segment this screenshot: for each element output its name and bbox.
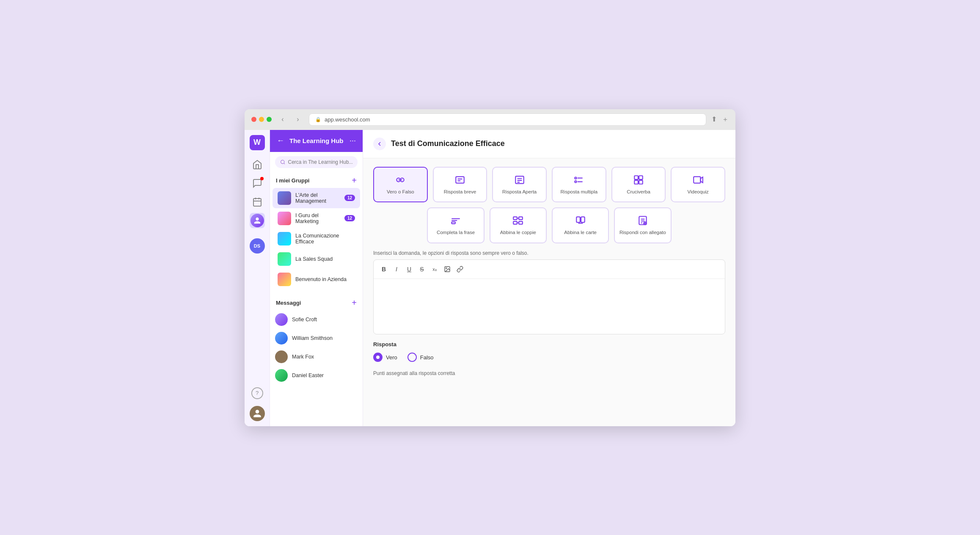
svg-line-5 xyxy=(284,163,285,164)
group-name-4: La Sales Squad xyxy=(295,256,355,262)
card-videoquiz[interactable]: Videoquiz xyxy=(671,167,725,203)
radio-circle-falso xyxy=(407,353,417,362)
editor-section: Inserisci la domanda, le opzioni di risp… xyxy=(363,250,735,334)
radio-falso[interactable]: Falso xyxy=(407,353,434,362)
toolbar-underline[interactable]: U xyxy=(403,263,415,275)
msg-avatar-daniel xyxy=(275,369,288,382)
back-button[interactable] xyxy=(373,138,386,150)
svg-rect-30 xyxy=(519,217,523,220)
forward-nav-button[interactable]: › xyxy=(292,113,304,125)
svg-rect-31 xyxy=(513,222,517,225)
page-header: Test di Comunicazione Efficace xyxy=(363,130,735,158)
group-item-arte-management[interactable]: L'Arte del Management 12 xyxy=(273,188,360,208)
card-completa-frase[interactable]: Completa la frase xyxy=(427,207,484,243)
new-tab-icon[interactable]: ＋ xyxy=(722,115,729,124)
card-label-abbina-coppie: Abbina le coppie xyxy=(500,229,536,236)
traffic-lights xyxy=(251,117,272,122)
card-label-risposta-breve: Risposta breve xyxy=(444,189,476,195)
card-label-risposta-multipla: Risposta multipla xyxy=(561,189,598,195)
card-abbina-coppie[interactable]: Abbina le coppie xyxy=(490,207,547,243)
toolbar-strikethrough[interactable]: S xyxy=(416,263,428,275)
group-item-comunicazione[interactable]: La Comunicazione Efficace xyxy=(273,229,360,249)
abbina-coppie-icon xyxy=(512,215,523,226)
help-button[interactable]: ? xyxy=(251,387,263,399)
toolbar-italic[interactable]: I xyxy=(391,263,402,275)
vero-falso-icon xyxy=(395,174,406,185)
nav-home-button[interactable] xyxy=(250,157,265,172)
toolbar-image[interactable] xyxy=(441,263,453,275)
add-group-button[interactable]: + xyxy=(352,176,357,185)
msg-name-daniel: Daniel Easter xyxy=(292,372,324,378)
svg-rect-20 xyxy=(634,176,638,179)
card-cruciverba[interactable]: Cruciverba xyxy=(611,167,666,203)
sidebar-search-input[interactable] xyxy=(288,159,352,165)
messages-section-title: Messaggi xyxy=(276,300,301,306)
toolbar-bold[interactable]: B xyxy=(378,263,390,275)
risposta-multipla-icon xyxy=(573,174,584,185)
minimize-button[interactable] xyxy=(259,117,264,122)
card-abbina-carte[interactable]: Abbina le carte xyxy=(552,207,609,243)
card-risposta-breve[interactable]: Risposta breve xyxy=(433,167,487,203)
user-avatar[interactable] xyxy=(250,406,265,421)
close-button[interactable] xyxy=(251,117,256,122)
address-bar[interactable]: 🔒 app.weschool.com xyxy=(309,113,706,126)
sidebar-menu-button[interactable]: ··· xyxy=(350,136,356,145)
svg-rect-32 xyxy=(519,222,523,225)
radio-group: Vero Falso xyxy=(373,353,725,362)
msg-name-william: William Smithson xyxy=(292,335,333,341)
svg-rect-29 xyxy=(513,217,517,220)
lock-icon: 🔒 xyxy=(315,117,321,122)
msg-item-daniel[interactable]: Daniel Easter xyxy=(270,366,363,385)
sidebar-search-container xyxy=(270,152,363,171)
group-thumb-5 xyxy=(278,273,291,286)
risposta-label: Risposta xyxy=(373,341,725,347)
card-risposta-multipla[interactable]: Risposta multipla xyxy=(552,167,606,203)
risposta-breve-icon xyxy=(454,174,465,185)
svg-point-16 xyxy=(575,177,577,179)
completa-frase-icon xyxy=(450,215,461,226)
toolbar-subscript[interactable]: x₂ xyxy=(429,263,440,275)
radio-vero[interactable]: Vero xyxy=(373,353,397,362)
videoquiz-icon xyxy=(693,174,704,185)
svg-point-4 xyxy=(281,160,284,163)
card-risposta-aperta[interactable]: Risposta Aperta xyxy=(492,167,547,203)
msg-avatar-mark xyxy=(275,350,288,363)
editor-area[interactable] xyxy=(374,279,725,334)
card-label-videoquiz: Videoquiz xyxy=(688,189,709,195)
group-badge-1: 12 xyxy=(344,195,355,201)
editor-box: B I U S x₂ xyxy=(373,259,725,334)
card-label-completa-frase: Completa la frase xyxy=(437,229,475,236)
msg-item-william[interactable]: William Smithson xyxy=(270,329,363,347)
msg-item-sofie[interactable]: Sofie Croft xyxy=(270,310,363,329)
group-item-benvenuto[interactable]: Benvenuto in Azienda xyxy=(273,269,360,290)
groups-section-title: I miei Gruppi xyxy=(276,177,309,184)
toolbar-link[interactable] xyxy=(454,263,466,275)
svg-rect-28 xyxy=(451,222,455,224)
svg-rect-24 xyxy=(694,176,700,183)
nav-chat-button[interactable] xyxy=(250,176,265,191)
card-label-vero-falso: Vero o Falso xyxy=(387,189,414,195)
share-icon[interactable]: ⬆ xyxy=(711,115,717,124)
svg-rect-21 xyxy=(639,176,643,179)
card-rispondi-allegato[interactable]: Rispondi con allegato xyxy=(614,207,671,243)
card-label-abbina-carte: Abbina le carte xyxy=(564,229,597,236)
fullscreen-button[interactable] xyxy=(267,117,272,122)
punti-label: Punti assegnati alla risposta corretta xyxy=(373,370,725,376)
browser-chrome: ‹ › 🔒 app.weschool.com ⬆ ＋ xyxy=(245,109,735,130)
ds-avatar[interactable]: DS xyxy=(250,238,265,254)
add-message-button[interactable]: + xyxy=(352,298,357,308)
hint-text: Inserisci la domanda, le opzioni di risp… xyxy=(373,250,725,256)
msg-name-mark: Mark Fox xyxy=(292,354,314,360)
group-item-sales-squad[interactable]: La Sales Squad xyxy=(273,249,360,269)
group-item-guru-marketing[interactable]: I Guru del Marketing 12 xyxy=(273,208,360,229)
card-vero-falso[interactable]: Vero o Falso xyxy=(373,167,428,203)
back-nav-button[interactable]: ‹ xyxy=(277,113,289,125)
sidebar-back-button[interactable]: ← xyxy=(277,136,284,145)
radio-label-vero: Vero xyxy=(386,354,397,361)
svg-rect-23 xyxy=(639,180,643,184)
groups-section-header: I miei Gruppi + xyxy=(270,171,363,188)
svg-rect-9 xyxy=(456,176,464,183)
nav-profile-button[interactable] xyxy=(250,213,265,228)
nav-calendar-button[interactable] xyxy=(250,194,265,210)
msg-item-mark[interactable]: Mark Fox xyxy=(270,347,363,366)
